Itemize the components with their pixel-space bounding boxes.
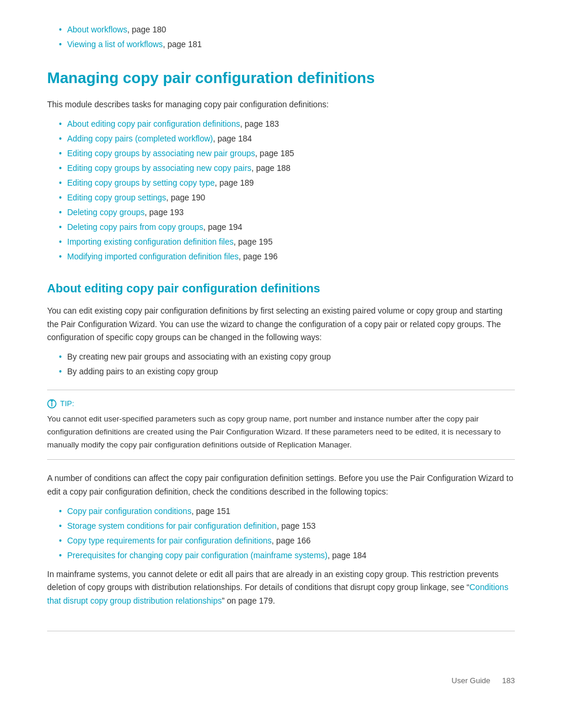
condition-link-item-3: Prerequisites for changing copy pair con…: [59, 549, 515, 562]
tip-label: TIP:: [47, 398, 515, 408]
main-link-8[interactable]: Importing existing configuration definit…: [67, 237, 234, 246]
viewing-workflows-link[interactable]: Viewing a list of workflows: [67, 39, 163, 49]
main-link-4[interactable]: Editing copy groups by setting copy type: [67, 178, 215, 187]
sub-bullet-1: By creating new pair groups and associat…: [59, 351, 515, 363]
subsection-para1: You can edit existing copy pair configur…: [47, 304, 515, 344]
main-section-title: Managing copy pair configuration definit…: [47, 68, 515, 88]
sub-bullets-list: By creating new pair groups and associat…: [47, 351, 515, 378]
main-link-3[interactable]: Editing copy groups by associating new c…: [67, 163, 252, 173]
footer-page: 183: [502, 676, 515, 685]
tip-icon: [47, 399, 57, 409]
condition-link-0[interactable]: Copy pair configuration conditions: [67, 506, 191, 516]
main-link-7[interactable]: Deleting copy pairs from copy groups: [67, 222, 203, 232]
main-link-item-9: Modifying imported configuration definit…: [59, 251, 515, 263]
main-link-9[interactable]: Modifying imported configuration definit…: [67, 252, 239, 261]
condition-link-3[interactable]: Prerequisites for changing copy pair con…: [67, 551, 328, 560]
footer: User Guide 183: [47, 676, 515, 685]
top-link-item-2: Viewing a list of workflows, page 181: [59, 38, 515, 51]
condition-link-item-2: Copy type requirements for pair configur…: [59, 535, 515, 547]
main-link-6[interactable]: Deleting copy groups: [67, 207, 145, 217]
tip-text: You cannot edit user-specified parameter…: [47, 413, 515, 451]
subsection-title: About editing copy pair configuration de…: [47, 281, 515, 296]
main-link-item-2: Editing copy groups by associating new p…: [59, 147, 515, 160]
para3-start: In mainframe systems, you cannot delete …: [47, 569, 498, 592]
main-link-item-1: Adding copy pairs (completed workflow), …: [59, 133, 515, 145]
condition-link-item-0: Copy pair configuration conditions, page…: [59, 505, 515, 518]
footer-label: User Guide: [452, 676, 491, 685]
main-link-item-0: About editing copy pair configuration de…: [59, 118, 515, 130]
main-links-list: About editing copy pair configuration de…: [47, 118, 515, 263]
main-link-item-8: Importing existing configuration definit…: [59, 236, 515, 248]
main-link-item-4: Editing copy groups by setting copy type…: [59, 177, 515, 189]
main-link-0[interactable]: About editing copy pair configuration de…: [67, 119, 240, 129]
subsection-para2: A number of conditions can affect the co…: [47, 472, 515, 498]
main-link-0-pagenum: page 183: [244, 119, 279, 129]
tip-box: TIP: You cannot edit user-specified para…: [47, 390, 515, 460]
condition-link-2[interactable]: Copy type requirements for pair configur…: [67, 536, 272, 545]
main-link-2[interactable]: Editing copy groups by associating new p…: [67, 149, 255, 158]
main-link-1[interactable]: Adding copy pairs (completed workflow): [67, 134, 213, 143]
top-links-list: About workflows, page 180 Viewing a list…: [47, 24, 515, 51]
main-intro-text: This module describes tasks for managing…: [47, 98, 515, 111]
main-link-item-5: Editing copy group settings, page 190: [59, 192, 515, 204]
subsection-para3: In mainframe systems, you cannot delete …: [47, 568, 515, 607]
footer-separator: User Guide 183: [47, 631, 515, 685]
condition-link-item-1: Storage system conditions for pair confi…: [59, 520, 515, 532]
main-link-item-7: Deleting copy pairs from copy groups, pa…: [59, 221, 515, 233]
condition-links-list: Copy pair configuration conditions, page…: [47, 505, 515, 562]
top-link-item-1: About workflows, page 180: [59, 24, 515, 36]
sub-bullet-2: By adding pairs to an existing copy grou…: [59, 365, 515, 378]
main-link-item-6: Deleting copy groups, page 193: [59, 206, 515, 219]
condition-link-1[interactable]: Storage system conditions for pair confi…: [67, 521, 277, 531]
tip-label-text: TIP:: [60, 399, 74, 408]
para3-end: ” on page 179.: [222, 596, 275, 605]
main-link-item-3: Editing copy groups by associating new c…: [59, 162, 515, 174]
about-workflows-link[interactable]: About workflows: [67, 25, 127, 34]
main-link-5[interactable]: Editing copy group settings: [67, 193, 166, 202]
